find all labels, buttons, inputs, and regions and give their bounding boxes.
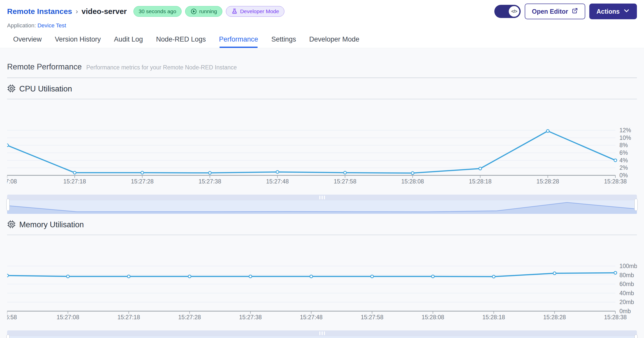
cpu-chart: 0%2%4%6%8%10%12%7:0815:27:1815:27:2815:2… [7, 101, 637, 185]
cpu-section-header: CPU Utilisation [7, 84, 637, 94]
tab-settings[interactable]: Settings [271, 35, 296, 48]
svg-text:15:28:38: 15:28:38 [604, 314, 627, 321]
header-divider [7, 78, 637, 78]
application-label: Application: [7, 22, 36, 29]
svg-text:15:28:08: 15:28:08 [401, 178, 424, 185]
breadcrumb-separator: › [76, 7, 78, 15]
svg-text:100mb: 100mb [619, 263, 637, 269]
grip-icon [324, 331, 325, 335]
badge-label: 30 seconds ago [139, 8, 176, 14]
cpu-chip-icon [7, 84, 16, 94]
tab-node-red-logs[interactable]: Node-RED Logs [156, 35, 206, 48]
svg-text:15:27:38: 15:27:38 [239, 314, 262, 321]
cpu-chart-range-scrubber[interactable] [7, 195, 637, 214]
svg-text:15:27:38: 15:27:38 [199, 178, 221, 185]
page-header: Remote Instances › video-server 30 secon… [0, 0, 644, 29]
cpu-section-title: CPU Utilisation [19, 84, 72, 93]
memory-section-header: Memory Utilisation [7, 220, 637, 230]
cpu-utilisation-minimap-plot [7, 200, 637, 214]
svg-text:15:27:08: 15:27:08 [56, 314, 79, 321]
memory-utilisation-plot: 0mb20mb40mb60mb80mb100mb6:5815:27:0815:2… [7, 237, 637, 321]
svg-text:40mb: 40mb [619, 290, 634, 296]
cpu-scrubber-left-handle[interactable] [6, 199, 10, 211]
cpu-scrubber-right-handle[interactable] [634, 199, 638, 211]
svg-text:15:27:58: 15:27:58 [361, 314, 383, 321]
grip-icon [319, 331, 320, 335]
status-badge: 30 seconds ago [133, 6, 182, 17]
chevron-down-icon [623, 7, 630, 15]
tab-developer-mode[interactable]: Developer Mode [309, 35, 359, 48]
svg-text:60mb: 60mb [619, 281, 634, 287]
beaker-icon [231, 8, 238, 15]
badge-label: running [199, 8, 217, 14]
performance-panel: Remote Performance Performance metrics f… [0, 48, 644, 338]
application-link[interactable]: Device Test [37, 22, 66, 29]
svg-text:15:28:08: 15:28:08 [422, 314, 444, 321]
actions-button[interactable]: Actions [589, 4, 637, 19]
svg-text:15:28:28: 15:28:28 [536, 178, 559, 185]
memory-scrubber-left-handle[interactable] [6, 334, 10, 338]
tab-version-history[interactable]: Version History [55, 35, 101, 48]
svg-text:4%: 4% [619, 157, 628, 164]
svg-text:0%: 0% [619, 172, 628, 179]
play-circle-icon [190, 8, 197, 15]
editor-mode-toggle[interactable]: </> [494, 5, 521, 18]
grip-icon [322, 196, 323, 199]
tab-performance[interactable]: Performance [219, 35, 258, 48]
svg-text:15:27:28: 15:27:28 [131, 178, 154, 185]
page-subtitle: Performance metrics for your Remote Node… [86, 64, 237, 71]
status-badges: 30 seconds agorunningDeveloper Mode [133, 6, 284, 17]
breadcrumb-current: video-server [82, 7, 127, 16]
svg-text:15:27:18: 15:27:18 [63, 178, 86, 185]
svg-text:6%: 6% [619, 149, 628, 156]
svg-text:2%: 2% [619, 164, 628, 171]
svg-text:15:28:38: 15:28:38 [604, 178, 627, 185]
status-badge: running [185, 6, 222, 17]
svg-text:15:28:28: 15:28:28 [543, 314, 566, 321]
actions-label: Actions [596, 8, 620, 15]
svg-text:10%: 10% [619, 135, 631, 141]
svg-text:15:28:18: 15:28:18 [482, 314, 505, 321]
tab-audit-log[interactable]: Audit Log [114, 35, 143, 48]
breadcrumb: Remote Instances › video-server [7, 7, 127, 16]
tab-bar: OverviewVersion HistoryAudit LogNode-RED… [0, 29, 644, 48]
svg-text:20mb: 20mb [619, 299, 634, 305]
svg-text:15:27:18: 15:27:18 [118, 314, 140, 321]
svg-text:12%: 12% [619, 127, 631, 134]
open-editor-label: Open Editor [532, 8, 568, 15]
memory-section-divider [7, 235, 637, 235]
svg-text:7:08: 7:08 [7, 178, 17, 185]
svg-text:0mb: 0mb [619, 308, 631, 314]
svg-text:15:28:18: 15:28:18 [469, 178, 492, 185]
tab-overview[interactable]: Overview [13, 35, 42, 48]
status-badge: Developer Mode [226, 6, 284, 17]
cpu-minimap[interactable] [7, 200, 637, 214]
memory-scrubber-right-handle[interactable] [634, 334, 638, 338]
header-toolbar: </> Open Editor Actions [494, 4, 637, 19]
cpu-section-divider [7, 99, 637, 99]
cpu-utilisation-plot: 0%2%4%6%8%10%12%7:0815:27:1815:27:2815:2… [7, 101, 637, 185]
svg-text:6:58: 6:58 [7, 314, 17, 321]
memory-chip-icon [7, 220, 16, 230]
svg-text:80mb: 80mb [619, 272, 634, 278]
code-icon: </> [509, 6, 519, 17]
cpu-scrubber-drag-strip[interactable] [7, 195, 637, 200]
breadcrumb-parent-link[interactable]: Remote Instances [7, 7, 72, 16]
svg-text:8%: 8% [619, 142, 628, 148]
memory-utilisation-minimap-plot [7, 336, 637, 338]
badge-label: Developer Mode [240, 8, 279, 14]
grip-icon [319, 196, 320, 199]
memory-scrubber-drag-strip[interactable] [7, 330, 637, 336]
svg-text:15:27:48: 15:27:48 [266, 178, 289, 185]
memory-section-title: Memory Utilisation [19, 220, 84, 229]
page-title: Remote Performance [7, 62, 82, 71]
grip-icon [324, 196, 325, 199]
open-editor-button[interactable]: Open Editor [525, 4, 585, 19]
memory-minimap[interactable] [7, 336, 637, 338]
svg-text:15:27:48: 15:27:48 [300, 314, 323, 321]
external-link-icon [572, 7, 578, 15]
memory-chart: 0mb20mb40mb60mb80mb100mb6:5815:27:0815:2… [7, 237, 637, 321]
memory-chart-range-scrubber[interactable] [7, 330, 637, 338]
grip-icon [322, 331, 323, 335]
svg-text:15:27:28: 15:27:28 [178, 314, 201, 321]
